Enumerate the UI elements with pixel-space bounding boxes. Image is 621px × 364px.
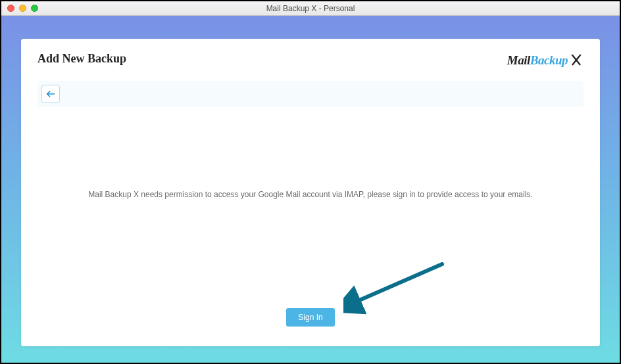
app-logo: MailBackup bbox=[507, 52, 584, 69]
titlebar: Mail Backup X - Personal bbox=[1, 1, 620, 16]
back-button[interactable] bbox=[41, 85, 60, 103]
page-title: Add New Backup bbox=[37, 52, 126, 66]
app-window: Mail Backup X - Personal Add New Backup … bbox=[0, 0, 621, 364]
zoom-window-button[interactable] bbox=[31, 5, 38, 12]
logo-text-mail: Mail bbox=[507, 53, 530, 68]
toolbar bbox=[37, 81, 584, 107]
svg-point-0 bbox=[580, 55, 582, 56]
content-area: Mail Backup X needs permission to access… bbox=[37, 114, 584, 302]
arrow-left-icon bbox=[45, 89, 56, 99]
svg-point-1 bbox=[572, 55, 573, 56]
logo-x-icon bbox=[568, 52, 584, 69]
app-body: Add New Backup MailBackup bbox=[1, 16, 620, 363]
footer: Sign In bbox=[37, 302, 584, 327]
close-window-button[interactable] bbox=[7, 5, 14, 12]
permission-message: Mail Backup X needs permission to access… bbox=[88, 189, 532, 200]
main-card: Add New Backup MailBackup bbox=[21, 39, 600, 346]
window-chrome: Mail Backup X - Personal Add New Backup … bbox=[1, 1, 620, 363]
logo-text-backup: Backup bbox=[530, 53, 568, 68]
traffic-lights bbox=[1, 5, 38, 12]
minimize-window-button[interactable] bbox=[19, 5, 26, 12]
sign-in-button[interactable]: Sign In bbox=[286, 308, 334, 327]
window-title: Mail Backup X - Personal bbox=[1, 4, 620, 13]
card-header: Add New Backup MailBackup bbox=[37, 52, 584, 69]
